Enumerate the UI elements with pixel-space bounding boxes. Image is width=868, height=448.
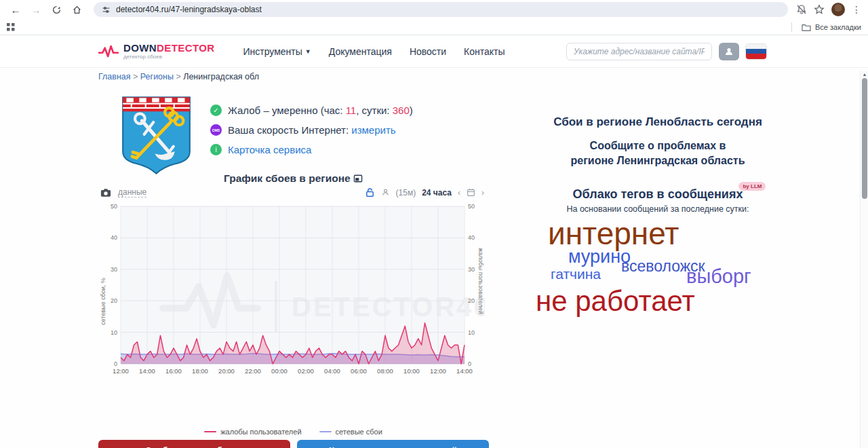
report-problems-subheading: Сообщите о проблемах в регионе Ленинград… bbox=[515, 138, 800, 168]
bookmark-star-icon[interactable] bbox=[814, 4, 825, 15]
hour-count: 11 bbox=[346, 105, 357, 116]
y-axis-label-left: сетевые сбои, % bbox=[100, 278, 106, 325]
svg-text:22:00: 22:00 bbox=[245, 367, 261, 375]
prev-period-icon[interactable]: ‹ bbox=[458, 188, 460, 198]
svg-text:DETECTOR404: DETECTOR404 bbox=[292, 292, 485, 322]
breadcrumb: Главная > Регионы > Ленинградская обл bbox=[0, 68, 868, 84]
expand-chart-icon[interactable] bbox=[353, 174, 363, 183]
tag-ne-rabotaet[interactable]: не работает bbox=[536, 287, 695, 316]
speedtest-icon: OMS bbox=[210, 124, 222, 136]
user-account-button[interactable] bbox=[719, 43, 739, 60]
status-list: ✓ Жалоб – умеренно (час: 11, сутки: 360)… bbox=[210, 100, 413, 160]
right-column: Сбои в регионе Ленобласть сегодня Сообщи… bbox=[515, 84, 800, 329]
svg-text:10: 10 bbox=[111, 329, 117, 336]
apps-grid-icon[interactable] bbox=[7, 23, 15, 31]
site-logo[interactable]: DOWNDETECTOR детектор сбоев bbox=[98, 43, 215, 60]
svg-text:04:00: 04:00 bbox=[324, 367, 340, 375]
bookmarks-separator bbox=[791, 22, 792, 32]
browser-menu-icon[interactable]: ⋮ bbox=[852, 4, 861, 15]
chart-toolbar: данные (15м) 24 часа ‹ › bbox=[100, 187, 484, 198]
reload-icon[interactable] bbox=[47, 2, 65, 17]
tag-gatchina[interactable]: гатчина bbox=[551, 267, 601, 281]
logo-text-detector: DETECTOR bbox=[157, 42, 214, 54]
svg-text:20:00: 20:00 bbox=[218, 367, 235, 375]
calendar-icon[interactable] bbox=[467, 188, 475, 197]
info-icon: i bbox=[210, 144, 222, 155]
next-period-icon[interactable]: › bbox=[481, 188, 484, 198]
y-axis-label-right: жалобы пользователей bbox=[477, 248, 484, 314]
browser-profile-avatar[interactable] bbox=[831, 3, 845, 16]
nav-item-news[interactable]: Новости bbox=[410, 46, 446, 57]
back-icon[interactable]: ← bbox=[7, 2, 24, 17]
interval-label[interactable]: (15м) bbox=[396, 188, 416, 198]
waveform-logo-icon bbox=[98, 44, 119, 59]
url-bar[interactable]: detector404.ru/47-leningradskaya-oblast bbox=[94, 2, 788, 17]
camera-icon[interactable] bbox=[100, 188, 111, 198]
svg-text:14:00: 14:00 bbox=[139, 367, 155, 375]
browser-toolbar: ← → detector404.ru/47-leningradskaya-obl… bbox=[0, 0, 868, 19]
svg-text:40: 40 bbox=[468, 234, 475, 241]
svg-text:02:00: 02:00 bbox=[298, 367, 314, 375]
svg-text:14:00: 14:00 bbox=[456, 367, 473, 375]
svg-text:08:00: 08:00 bbox=[377, 367, 393, 375]
tag-vyborg[interactable]: выборг bbox=[686, 267, 751, 286]
site-header: DOWNDETECTOR детектор сбоев Инструменты▼… bbox=[0, 35, 868, 68]
legend-swatch-network bbox=[319, 431, 332, 432]
data-link[interactable]: данные bbox=[118, 187, 146, 198]
svg-text:10: 10 bbox=[468, 329, 475, 336]
legend-swatch-complaints bbox=[204, 431, 216, 432]
svg-text:20: 20 bbox=[468, 297, 475, 304]
site-search-input[interactable] bbox=[566, 43, 712, 60]
scrollbar-up-icon[interactable]: ▲ bbox=[861, 71, 868, 77]
svg-text:10:00: 10:00 bbox=[403, 367, 420, 375]
nav-item-docs[interactable]: Документация bbox=[329, 46, 392, 57]
svg-text:12:00: 12:00 bbox=[113, 367, 129, 375]
svg-text:50: 50 bbox=[468, 203, 475, 210]
user-mode-icon[interactable] bbox=[381, 188, 390, 197]
legend-complaints[interactable]: жалобы пользователей bbox=[204, 428, 301, 436]
measure-speed-link[interactable]: измерить bbox=[351, 124, 395, 136]
url-text: detector404.ru/47-leningradskaya-oblast bbox=[116, 5, 262, 14]
person-icon bbox=[724, 46, 734, 57]
all-bookmarks-label[interactable]: Все закладки bbox=[815, 23, 861, 31]
user-comments-button[interactable]: Комментарии пользователей bbox=[297, 440, 489, 448]
svg-text:30: 30 bbox=[468, 266, 475, 273]
range-label[interactable]: 24 часа bbox=[422, 188, 452, 198]
home-icon[interactable] bbox=[68, 2, 85, 17]
breadcrumb-home[interactable]: Главная bbox=[98, 72, 131, 81]
svg-text:12:00: 12:00 bbox=[430, 367, 446, 375]
breadcrumb-regions[interactable]: Регионы bbox=[140, 72, 174, 81]
scrollbar-thumb[interactable] bbox=[862, 78, 867, 199]
chart-legend: жалобы пользователей сетевые сбои bbox=[98, 428, 488, 436]
nav-item-tools[interactable]: Инструменты▼ bbox=[243, 46, 311, 57]
svg-text:0: 0 bbox=[468, 360, 471, 367]
service-card-link[interactable]: Карточка сервиса bbox=[228, 144, 311, 155]
svg-text:18:00: 18:00 bbox=[192, 367, 208, 375]
legend-network[interactable]: сетевые сбои bbox=[319, 428, 382, 436]
tag-cloud: интернет мурино всеволожск гатчина выбор… bbox=[515, 217, 800, 329]
scrollbar[interactable]: ▲ ▼ bbox=[860, 71, 868, 448]
svg-text:16:00: 16:00 bbox=[165, 367, 182, 375]
lock-icon[interactable] bbox=[365, 187, 375, 198]
svg-text:30: 30 bbox=[111, 266, 117, 273]
browser-chrome: ← → detector404.ru/47-leningradskaya-obl… bbox=[0, 0, 868, 35]
svg-text:00:00: 00:00 bbox=[271, 367, 288, 375]
tag-cloud-note: На основании сообщений за последние сутк… bbox=[515, 204, 800, 214]
report-problem-button[interactable]: Сообщить о проблеме bbox=[98, 440, 290, 448]
region-coat-of-arms bbox=[121, 95, 192, 176]
page: DOWNDETECTOR детектор сбоев Инструменты▼… bbox=[0, 35, 868, 448]
forward-icon[interactable]: → bbox=[27, 2, 45, 17]
russia-flag-icon[interactable] bbox=[746, 44, 766, 59]
svg-text:06:00: 06:00 bbox=[351, 367, 367, 375]
outage-chart[interactable]: DETECTOR404 001010202030304040505012:001… bbox=[98, 200, 485, 384]
service-card-row: i Карточка сервиса bbox=[210, 140, 413, 160]
tag-internet[interactable]: интернет bbox=[548, 218, 679, 249]
bookmarks-bar: Все закладки bbox=[0, 19, 868, 35]
notifications-blocked-icon[interactable] bbox=[796, 4, 807, 15]
nav-item-contacts[interactable]: Контакты bbox=[464, 46, 505, 57]
main-nav: Инструменты▼ Документация Новости Контак… bbox=[243, 46, 505, 57]
svg-text:20: 20 bbox=[111, 297, 117, 304]
svg-text:50: 50 bbox=[111, 203, 117, 210]
site-info-icon[interactable] bbox=[102, 5, 111, 14]
folder-icon bbox=[802, 23, 811, 31]
